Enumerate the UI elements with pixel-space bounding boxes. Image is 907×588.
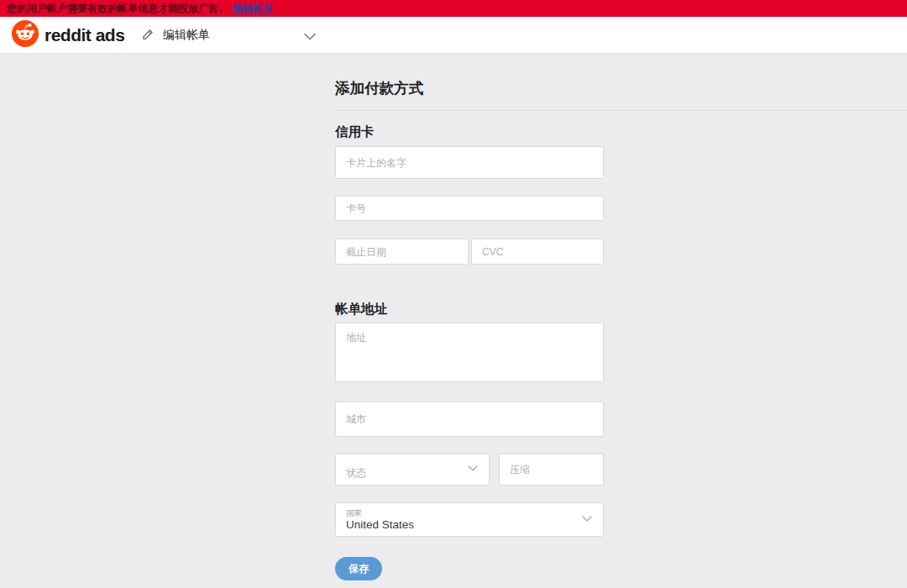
reddit-logo[interactable]: reddit ads bbox=[12, 22, 124, 49]
zip-input[interactable] bbox=[499, 454, 604, 486]
banner-edit-billing-link[interactable]: 编辑帐单 bbox=[233, 3, 273, 14]
state-select[interactable]: 状态 bbox=[335, 454, 490, 486]
reddit-ads-billing-page: 您的用户帐户需要有效的帐单信息才能投放广告。编辑帐单 reddit ads bbox=[0, 0, 907, 588]
country-select[interactable]: 国家 United States bbox=[335, 502, 604, 537]
country-select-value: United States bbox=[346, 518, 414, 531]
state-select-placeholder: 状态 bbox=[346, 466, 366, 480]
top-header: reddit ads 编辑帐单 bbox=[0, 17, 907, 54]
card-cvc-input[interactable] bbox=[471, 239, 604, 265]
pencil-icon bbox=[141, 27, 155, 44]
reddit-snoo-icon bbox=[12, 20, 39, 50]
page-title: 添加付款方式 bbox=[335, 78, 423, 98]
billing-address-heading: 帐单地址 bbox=[335, 301, 387, 318]
state-chevron-down-icon bbox=[465, 460, 480, 479]
notification-banner: 您的用户帐户需要有效的帐单信息才能投放广告。编辑帐单 bbox=[0, 0, 907, 17]
address-textarea[interactable] bbox=[335, 323, 604, 382]
city-input[interactable] bbox=[335, 402, 604, 437]
brand-wordmark: reddit ads bbox=[45, 25, 124, 45]
country-chevron-down-icon bbox=[579, 511, 595, 529]
nav-edit-billing-label: 编辑帐单 bbox=[163, 28, 210, 43]
save-button[interactable]: 保存 bbox=[335, 557, 382, 580]
credit-card-heading: 信用卡 bbox=[335, 123, 375, 141]
header-chevron-down-icon[interactable] bbox=[301, 27, 319, 49]
card-number-input[interactable] bbox=[335, 196, 604, 221]
title-divider bbox=[335, 110, 907, 111]
banner-message: 您的用户帐户需要有效的帐单信息才能投放广告。 bbox=[7, 3, 228, 14]
card-expiry-input[interactable] bbox=[335, 239, 469, 265]
card-name-input[interactable] bbox=[335, 146, 604, 179]
nav-edit-billing[interactable]: 编辑帐单 bbox=[141, 17, 210, 54]
